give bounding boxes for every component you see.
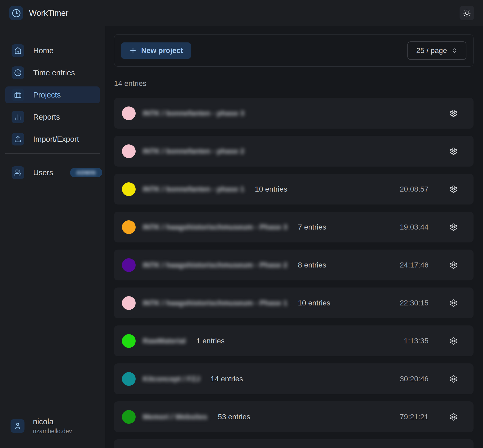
settings-gear-icon[interactable] [450,261,457,269]
project-row[interactable]: RawMaterial 1 entries 1:13:35 [114,325,474,356]
project-name: INTK / bonnefanten - phase 1 [143,185,244,193]
main-content: New project 25 / page 14 entries INTK / … [105,26,483,448]
project-duration: 1:13:35 [404,337,428,345]
project-duration: 79:21:21 [400,413,428,421]
settings-gear-icon[interactable] [450,223,457,231]
project-name: INTK / haagshistorischmuseum - Phase 2 [143,261,287,269]
sun-icon [463,9,471,17]
project-name: INTK / bonnefanten - phase 2 [143,147,244,155]
sidebar-item-time-entries[interactable]: Time entries [5,64,100,81]
project-duration: 20:08:57 [400,185,428,193]
project-row[interactable]: INTK / bonnefanten - phase 2 [114,136,474,167]
bar-chart-icon [12,111,24,123]
sidebar-item-home[interactable]: Home [5,42,100,59]
project-color-dot [122,296,136,310]
settings-gear-icon[interactable] [450,185,457,193]
settings-gear-icon[interactable] [450,413,457,421]
project-duration: 19:03:44 [400,223,428,231]
project-row[interactable]: INTK / haagshistorischmuseum - Phase 3 7… [114,212,474,242]
app-title: WorkTimer [29,8,68,18]
upload-icon [12,133,24,145]
brand: WorkTimer [9,6,68,20]
project-color-dot [122,220,136,234]
users-icon [12,166,24,179]
project-entries-count: 8 entries [298,261,326,269]
chevrons-up-down-icon [452,48,457,53]
projects-toolbar: New project 25 / page [114,34,474,67]
admin-badge-label: ADMIN [76,169,96,176]
settings-gear-icon[interactable] [450,147,457,155]
settings-gear-icon[interactable] [450,109,457,117]
project-name: INTK / haagshistorischmuseum - Phase 3 [143,223,287,231]
page-size-select[interactable]: 25 / page [407,41,466,60]
settings-gear-icon[interactable] [450,375,457,383]
new-project-button[interactable]: New project [121,42,191,59]
sidebar-item-label: Home [33,46,53,55]
sidebar-item-label: Projects [33,91,61,99]
profile-domain: nzambello.dev [33,428,72,435]
sidebar-divider [5,153,100,154]
project-color-dot [122,334,136,348]
project-list: INTK / bonnefanten - phase 3 INTK / bonn… [114,98,474,448]
project-row[interactable]: INTK / haagshistorischmuseum - Phase 1 1… [114,288,474,318]
sidebar-item-label: Reports [33,113,60,121]
project-entries-count: 1 entries [196,337,224,345]
project-color-dot [122,182,136,196]
profile-name: nicola [33,417,72,426]
project-name: RawMaterial [143,337,186,345]
project-color-dot [122,106,136,120]
project-entries-count: 10 entries [298,299,330,307]
project-entries-count: 14 entries [211,375,243,383]
project-entries-count: 10 entries [255,185,287,193]
briefcase-icon [12,89,24,101]
app-header: WorkTimer [0,0,483,26]
sidebar-item-projects[interactable]: Projects [5,86,100,103]
new-project-label: New project [141,46,183,55]
user-profile[interactable]: nicola nzambello.dev [11,417,72,435]
project-color-dot [122,144,136,158]
project-row[interactable]: INTK / haagshistorischmuseum - Phase 2 8… [114,250,474,280]
project-row[interactable]: INTK / bonnefanten - phase 1 10 entries … [114,174,474,204]
admin-badge: ADMIN [70,168,102,177]
project-name: INTK / bonnefanten - phase 3 [143,109,244,118]
sidebar-item-label: Time entries [33,69,75,77]
user-icon [11,419,24,433]
project-color-dot [122,372,136,386]
project-row[interactable]: Memori / Websites 53 entries 79:21:21 [114,401,474,432]
project-row-partial[interactable] [114,439,474,448]
settings-gear-icon[interactable] [450,337,457,345]
settings-gear-icon[interactable] [450,299,457,307]
project-color-dot [122,258,136,272]
project-duration: 22:30:15 [400,299,428,307]
page-size-value: 25 / page [416,46,447,55]
sidebar-item-label: Import/Export [33,135,79,144]
project-entries-count: 7 entries [298,223,326,231]
clock-icon [12,66,24,79]
entries-count: 14 entries [114,79,474,88]
project-name: Kitconcept / FZJ [143,375,200,383]
plus-icon [129,47,137,55]
sidebar-item-users[interactable]: Users ADMIN [5,164,100,181]
sidebar-item-import-export[interactable]: Import/Export [5,131,100,148]
sidebar-item-label: Users [33,168,53,177]
project-duration: 30:20:46 [400,375,428,383]
sidebar: Home Time entries Projects Reports Impor [0,26,105,448]
sidebar-item-reports[interactable]: Reports [5,109,100,125]
project-row[interactable]: INTK / bonnefanten - phase 3 [114,98,474,129]
clock-logo-icon [9,6,23,20]
project-entries-count: 53 entries [218,413,250,421]
project-color-dot [122,410,136,424]
theme-toggle-button[interactable] [460,6,474,20]
project-row[interactable]: Kitconcept / FZJ 14 entries 30:20:46 [114,363,474,394]
project-name: INTK / haagshistorischmuseum - Phase 1 [143,299,287,307]
project-duration: 24:17:46 [400,261,428,269]
project-name: Memori / Websites [143,413,207,421]
home-icon [12,44,24,57]
